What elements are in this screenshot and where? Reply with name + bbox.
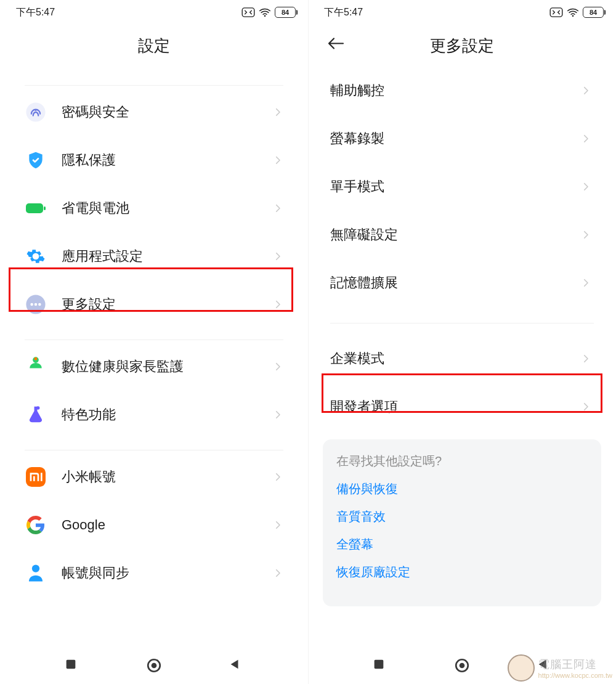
nav-back-button[interactable] [228, 658, 244, 674]
mi-logo-icon [25, 466, 47, 488]
row-label: 更多設定 [62, 295, 272, 314]
partial-row-top [0, 67, 308, 78]
row-battery[interactable]: 省電與電池 [0, 184, 308, 232]
svg-rect-4 [44, 206, 46, 210]
row-accessibility[interactable]: 無障礙設定 [308, 211, 616, 259]
battery-icon [25, 197, 47, 219]
row-label: 記憶體擴展 [330, 274, 580, 292]
row-label: 密碼與安全 [62, 103, 272, 121]
row-label: 應用程式設定 [62, 247, 272, 266]
row-memory-extension[interactable]: 記憶體擴展 [308, 259, 616, 307]
row-label: 輔助觸控 [330, 81, 580, 100]
status-right: 84 [549, 7, 604, 18]
svg-point-11 [36, 406, 40, 410]
row-enterprise-mode[interactable]: 企業模式 [308, 335, 616, 383]
chevron-right-icon [580, 229, 591, 240]
chevron-right-icon [272, 299, 283, 310]
chevron-right-icon [580, 277, 591, 288]
chevron-right-icon [580, 133, 591, 144]
chevron-right-icon [272, 155, 283, 166]
row-features[interactable]: 特色功能 [0, 391, 308, 439]
wifi-icon [259, 7, 271, 17]
chevron-right-icon [272, 203, 283, 214]
chevron-right-icon [272, 361, 283, 372]
row-privacy[interactable]: 隱私保護 [0, 136, 308, 184]
nav-recent-button[interactable] [372, 658, 388, 674]
row-mi-account[interactable]: 小米帳號 [0, 453, 308, 501]
chevron-right-icon [580, 85, 591, 96]
person-icon [25, 562, 47, 584]
status-time: 下午5:47 [16, 6, 55, 19]
link-factory-reset[interactable]: 恢復原廠設定 [336, 564, 588, 580]
row-assistive-touch[interactable]: 輔助觸控 [308, 67, 616, 115]
face-unlock-icon [241, 7, 255, 17]
settings-list[interactable]: 密碼與安全 隱私保護 省電與電池 應用程式設定 [0, 67, 308, 647]
row-screen-record[interactable]: 螢幕錄製 [308, 115, 616, 163]
nav-home-button[interactable] [454, 658, 470, 674]
row-label: 小米帳號 [62, 468, 272, 486]
row-label: 企業模式 [330, 349, 580, 368]
nav-home-button[interactable] [146, 658, 162, 674]
svg-point-21 [460, 663, 465, 669]
row-security[interactable]: 密碼與安全 [0, 88, 308, 136]
chevron-right-icon [272, 107, 283, 118]
row-label: 省電與電池 [62, 199, 272, 218]
nav-back-button[interactable] [536, 658, 552, 674]
chevron-right-icon [580, 181, 591, 192]
row-developer-options[interactable]: 開發者選項 [308, 383, 616, 431]
row-label: Google [62, 517, 272, 533]
row-account-sync[interactable]: 帳號與同步 [0, 549, 308, 597]
chevron-right-icon [272, 409, 283, 420]
row-more-settings[interactable]: 更多設定 [0, 280, 308, 328]
screen-settings: 下午5:47 84 設定 密碼與安全 隱私保護 [0, 0, 308, 684]
row-label: 螢幕錄製 [330, 129, 580, 148]
page-title: 設定 [0, 25, 308, 67]
row-label: 帳號與同步 [62, 564, 272, 582]
suggestions-card: 在尋找其他設定嗎? 備份與恢復 音質音效 全螢幕 恢復原廠設定 [323, 439, 601, 606]
wifi-icon [567, 7, 579, 17]
section-divider [25, 85, 283, 86]
shield-icon [25, 149, 47, 171]
section-divider [330, 323, 594, 324]
google-logo-icon [25, 514, 47, 536]
link-backup-restore[interactable]: 備份與恢復 [336, 481, 588, 497]
chevron-right-icon [272, 568, 283, 579]
row-digital-wellbeing[interactable]: 數位健康與家長監護 [0, 343, 308, 391]
nav-bar [0, 647, 308, 684]
svg-rect-19 [374, 660, 383, 669]
dots-icon [25, 293, 47, 316]
row-google[interactable]: Google [0, 501, 308, 549]
svg-rect-3 [26, 203, 43, 213]
chevron-right-icon [272, 251, 283, 262]
status-bar: 下午5:47 84 [0, 0, 308, 25]
status-right: 84 [241, 7, 296, 18]
page-title: 更多設定 [308, 25, 616, 67]
link-audio-effects[interactable]: 音質音效 [336, 508, 588, 525]
svg-rect-0 [242, 8, 254, 17]
svg-point-13 [32, 564, 39, 572]
svg-rect-12 [26, 467, 46, 487]
more-settings-list[interactable]: 輔助觸控 螢幕錄製 單手模式 無障礙設定 記憶體擴展 企業模式 開發者選項 [308, 67, 616, 647]
svg-point-16 [152, 663, 157, 669]
nav-recent-button[interactable] [64, 658, 80, 674]
row-apps[interactable]: 應用程式設定 [0, 232, 308, 280]
gear-icon [25, 245, 47, 267]
battery-icon: 84 [275, 7, 296, 18]
wellbeing-icon [25, 356, 47, 378]
link-fullscreen[interactable]: 全螢幕 [336, 536, 588, 553]
row-label: 開發者選項 [330, 397, 580, 416]
section-divider [25, 340, 283, 340]
svg-point-18 [572, 15, 574, 17]
row-label: 無障礙設定 [330, 226, 580, 244]
nav-bar [308, 647, 616, 684]
chevron-right-icon [580, 401, 591, 412]
row-label: 特色功能 [62, 405, 272, 424]
back-button[interactable] [326, 36, 345, 55]
row-label: 隱私保護 [62, 151, 272, 169]
row-one-hand[interactable]: 單手模式 [308, 163, 616, 211]
row-label: 數位健康與家長監護 [62, 357, 272, 376]
svg-point-8 [38, 303, 41, 306]
row-label: 單手模式 [330, 177, 580, 196]
chevron-right-icon [272, 519, 283, 531]
flask-icon [25, 404, 47, 426]
